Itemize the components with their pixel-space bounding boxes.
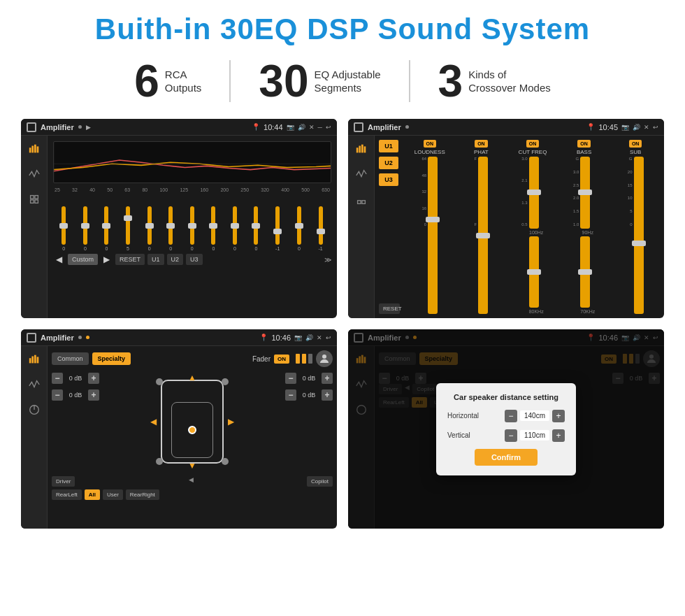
eq-pin-icon: 📍 xyxy=(252,123,260,131)
pos-copilot[interactable]: Copilot xyxy=(307,476,333,487)
pos-all[interactable]: All xyxy=(85,489,100,500)
bass-slider-2[interactable] xyxy=(580,236,590,308)
confirm-button[interactable]: Confirm xyxy=(475,449,538,466)
crossover-u2-btn[interactable]: U2 xyxy=(379,157,398,169)
home-icon-3[interactable] xyxy=(27,333,36,343)
eq-icon-2[interactable] xyxy=(27,166,42,182)
arrow-left[interactable]: ◀ xyxy=(150,417,157,427)
crossover-icon-3[interactable] xyxy=(354,192,369,207)
eq-next-arrow[interactable]: ▶ xyxy=(101,255,113,264)
vertical-plus-btn[interactable]: + xyxy=(552,429,565,442)
eq-main-area: 2532405063 80100125160200 25032040050063… xyxy=(48,136,337,318)
db-minus-3[interactable]: − xyxy=(285,373,296,384)
dialog-vertical-input: − 110cm + xyxy=(505,429,565,442)
crossover-screen-card: Amplifier 📍 10:45 📷 🔊 ✕ ↩ xyxy=(348,119,664,318)
crossover-reset-btn[interactable]: RESET xyxy=(379,303,400,314)
eq-prev-arrow[interactable]: ◀ xyxy=(53,255,65,264)
vertical-minus-btn[interactable]: − xyxy=(505,429,517,442)
eq-icon-1[interactable] xyxy=(27,141,42,157)
db-plus-2[interactable]: + xyxy=(88,389,99,401)
eq-u2-btn[interactable]: U2 xyxy=(167,254,184,265)
arrow-down[interactable]: ▼ xyxy=(188,461,196,471)
crossover-screen-content: U1 U2 U3 RESET ON LOUDNESS xyxy=(348,136,664,318)
pos-rearleft[interactable]: RearLeft xyxy=(52,489,82,500)
fader-icon-3[interactable] xyxy=(27,402,42,417)
fader-left-db: − 0 dB + − 0 dB + xyxy=(52,373,99,401)
eq-screen-content: 2532405063 80100125160200 25032040050063… xyxy=(21,136,337,318)
bass-slider-1[interactable] xyxy=(580,157,590,229)
cutfreq-slider-1[interactable] xyxy=(529,157,539,229)
ch-loudness: ON LOUDNESS 644832160 xyxy=(405,140,454,314)
eq-u3-btn[interactable]: U3 xyxy=(186,254,203,265)
fader-topbar-right: 📍 10:46 📷 🔊 ✕ ↩ xyxy=(259,334,331,342)
db-minus-2[interactable]: − xyxy=(52,389,63,401)
fader-dot1 xyxy=(78,336,82,339)
eq-icon-3[interactable] xyxy=(27,192,42,207)
fader-specialty-btn[interactable]: Specialty xyxy=(92,352,131,365)
fader-bar-3 xyxy=(308,354,312,364)
db-minus-1[interactable]: − xyxy=(52,373,63,384)
loudness-slider[interactable] xyxy=(428,157,438,314)
car-diagram: ▲ ▼ ◀ ▶ xyxy=(150,373,234,471)
svg-rect-19 xyxy=(36,357,38,363)
svg-rect-14 xyxy=(357,201,360,204)
eq-reset-btn[interactable]: RESET xyxy=(115,254,145,265)
fader-topbar-left: Amplifier xyxy=(27,333,89,343)
fader-position-btns: Driver ◀ Copilot xyxy=(52,476,333,487)
svg-rect-13 xyxy=(363,146,366,152)
cutfreq-on: ON xyxy=(526,140,540,148)
eq-custom-btn[interactable]: Custom xyxy=(68,254,98,265)
pos-driver[interactable]: Driver xyxy=(52,476,75,487)
distance-dialog-overlay: Car speaker distance setting Horizontal … xyxy=(348,329,664,529)
eq-slider-1: 0 xyxy=(83,206,87,251)
home-icon-2[interactable] xyxy=(354,122,363,132)
crossover-icon-2[interactable] xyxy=(354,166,369,182)
eq-slider-6: 0 xyxy=(190,206,194,251)
crossover-u1-btn[interactable]: U1 xyxy=(379,140,398,152)
main-title: Buith-in 30EQ DSP Sound System xyxy=(21,13,664,46)
pos-user[interactable]: User xyxy=(103,489,123,500)
speaker-fr[interactable] xyxy=(222,378,229,385)
eq-u1-btn[interactable]: U1 xyxy=(147,254,164,265)
speaker-fl[interactable] xyxy=(156,378,163,385)
db-plus-1[interactable]: + xyxy=(88,373,99,384)
fader-bar-2 xyxy=(302,354,306,364)
home-icon[interactable] xyxy=(27,122,36,132)
fader-time: 10:46 xyxy=(271,334,291,342)
bass-on: ON xyxy=(577,140,591,148)
horizontal-minus-btn[interactable]: − xyxy=(505,410,517,422)
crossover-status-dot xyxy=(405,125,409,129)
fader-common-btn[interactable]: Common xyxy=(52,352,89,365)
fader-side-icons xyxy=(21,346,48,529)
db-plus-3[interactable]: + xyxy=(322,373,333,384)
db-plus-4[interactable]: + xyxy=(322,389,333,401)
dialog-horizontal-input: − 140cm + xyxy=(505,410,565,422)
svg-rect-7 xyxy=(34,200,38,203)
loudness-nums: 644832160 xyxy=(421,157,426,227)
speaker-rl[interactable] xyxy=(156,458,163,465)
car-center-dot[interactable] xyxy=(188,426,196,434)
sub-slider[interactable] xyxy=(634,157,644,314)
dialog-title: Car speaker distance setting xyxy=(447,393,565,401)
horizontal-plus-btn[interactable]: + xyxy=(552,410,565,422)
crossover-time: 10:45 xyxy=(598,123,618,131)
fader-topbar: Amplifier 📍 10:46 📷 🔊 ✕ ↩ xyxy=(21,329,337,346)
svg-rect-1 xyxy=(31,146,34,153)
cutfreq-slider-2[interactable] xyxy=(529,236,539,308)
svg-rect-10 xyxy=(356,148,358,152)
arrow-right[interactable]: ▶ xyxy=(228,417,234,427)
crossover-u3-btn[interactable]: U3 xyxy=(379,173,398,186)
db-value-2: 0 dB xyxy=(66,392,85,399)
phat-slider[interactable] xyxy=(478,157,488,314)
eq-topbar: Amplifier ▶ 📍 10:44 📷 🔊 ✕ ─ ↩ xyxy=(21,119,337,136)
crossover-icon-1[interactable] xyxy=(354,141,369,157)
fader-screen-card: Amplifier 📍 10:46 📷 🔊 ✕ ↩ xyxy=(21,329,337,529)
pos-rearright[interactable]: RearRight xyxy=(126,489,159,500)
arrow-up[interactable]: ▲ xyxy=(188,373,196,382)
fader-icon-1[interactable] xyxy=(27,352,42,367)
fader-icon-2[interactable] xyxy=(27,377,42,392)
speaker-rr[interactable] xyxy=(222,458,229,465)
fader-screen-content: Common Specialty Fader ON xyxy=(21,346,337,529)
db-minus-4[interactable]: − xyxy=(285,389,296,401)
loudness-on: ON xyxy=(424,140,437,148)
